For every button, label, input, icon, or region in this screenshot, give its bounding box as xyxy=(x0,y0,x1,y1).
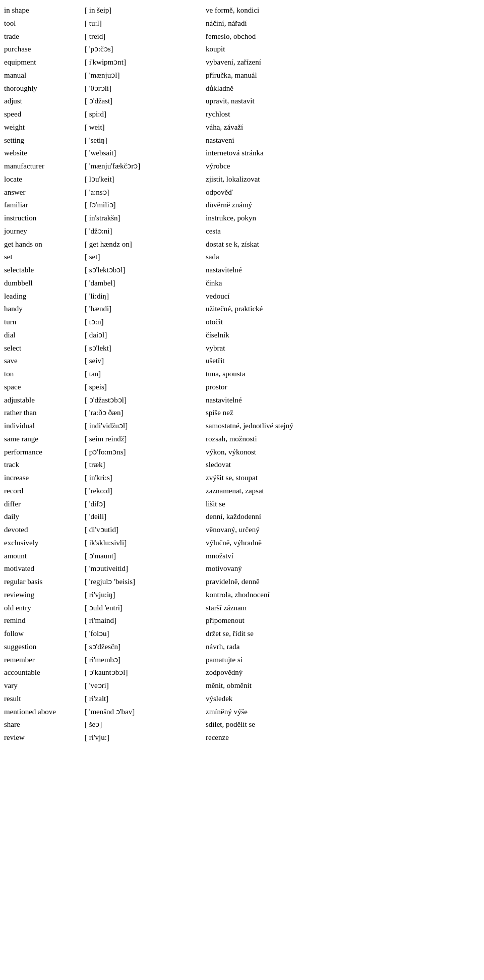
table-row: amount [ ɔ'maunt] množství xyxy=(2,550,482,563)
table-row: differ [ 'difɔ] lišit se xyxy=(2,498,482,511)
word-cell: dumbbell xyxy=(2,277,83,290)
phonetic-cell: [ get hændz on] xyxy=(83,238,204,251)
phonetic-cell: [ di'vɔutid] xyxy=(83,524,204,537)
translation-cell: koupit xyxy=(204,43,482,56)
translation-cell: číselník xyxy=(204,329,482,342)
translation-cell: sledovat xyxy=(204,458,482,472)
translation-cell: kontrola, zhodnocení xyxy=(204,589,482,602)
translation-cell: otočit xyxy=(204,316,482,329)
word-cell: adjustable xyxy=(2,394,83,407)
table-row: accountable [ ɔ'kauntɔbɔl] zodpovědný xyxy=(2,666,482,679)
table-row: journey [ 'džɔ:ni] cesta xyxy=(2,225,482,238)
word-cell: individual xyxy=(2,420,83,433)
word-cell: manual xyxy=(2,69,83,82)
table-row: equipment [ i'kwipmɔnt] vybavení, zaříze… xyxy=(2,56,482,69)
word-cell: track xyxy=(2,458,83,472)
phonetic-cell: [ tan] xyxy=(83,368,204,381)
translation-cell: výkon, výkonost xyxy=(204,446,482,459)
table-row: devoted [ di'vɔutid] věnovaný, určený xyxy=(2,524,482,537)
word-cell: daily xyxy=(2,510,83,524)
translation-cell: tuna, spousta xyxy=(204,368,482,381)
translation-cell: lišit se xyxy=(204,498,482,511)
phonetic-cell: [ sɔ'lektɔbɔl] xyxy=(83,264,204,277)
table-row: trade [ treid] řemeslo, obchod xyxy=(2,30,482,43)
table-row: save [ seiv] ušetřit xyxy=(2,355,482,368)
phonetic-cell: [ 'mænju'fækčɔrɔ] xyxy=(83,160,204,173)
phonetic-cell: [ træk] xyxy=(83,458,204,472)
word-cell: website xyxy=(2,147,83,160)
word-cell: get hands on xyxy=(2,238,83,251)
phonetic-cell: [ 'mænjuɔl] xyxy=(83,69,204,82)
table-row: website [ 'websait] internetová stránka xyxy=(2,147,482,160)
translation-cell: užitečné, praktické xyxy=(204,303,482,316)
translation-cell: prostor xyxy=(204,381,482,394)
table-row: individual [ indi'vidžuɔl] samostatné, j… xyxy=(2,420,482,433)
table-row: old entry [ ɔuld 'entri] starší záznam xyxy=(2,602,482,615)
translation-cell: připomenout xyxy=(204,614,482,627)
phonetic-cell: [ in'kri:s] xyxy=(83,472,204,485)
table-row: vary [ 'veɔri] měnit, obměnit xyxy=(2,679,482,693)
word-cell: suggestion xyxy=(2,641,83,654)
table-row: dial [ daiɔl] číselník xyxy=(2,329,482,342)
word-cell: regular basis xyxy=(2,575,83,589)
table-row: regular basis [ 'regjulɔ 'beisis] pravid… xyxy=(2,575,482,589)
phonetic-cell: [ pɔ'fo:mɔns] xyxy=(83,446,204,459)
table-row: select [ sɔ'lekt] vybrat xyxy=(2,342,482,355)
word-cell: select xyxy=(2,342,83,355)
word-cell: result xyxy=(2,693,83,706)
word-cell: differ xyxy=(2,498,83,511)
phonetic-cell: [ 'deili] xyxy=(83,510,204,524)
translation-cell: nastavení xyxy=(204,134,482,147)
table-row: set [ set] sada xyxy=(2,251,482,264)
phonetic-cell: [ 'websait] xyxy=(83,147,204,160)
phonetic-cell: [ 'regjulɔ 'beisis] xyxy=(83,575,204,589)
translation-cell: starší záznam xyxy=(204,602,482,615)
table-row: in shape [ in šeip] ve formě, kondici xyxy=(2,4,482,17)
word-cell: space xyxy=(2,381,83,394)
translation-cell: zjistit, lokalizovat xyxy=(204,173,482,186)
translation-cell: zaznamenat, zapsat xyxy=(204,485,482,498)
table-row: purchase [ 'pɔ:čɔs] koupit xyxy=(2,43,482,56)
phonetic-cell: [ i'kwipmɔnt] xyxy=(83,56,204,69)
word-cell: remember xyxy=(2,654,83,667)
word-cell: ton xyxy=(2,368,83,381)
phonetic-cell: [ tɔ:n] xyxy=(83,316,204,329)
phonetic-cell: [ set] xyxy=(83,251,204,264)
translation-cell: nastavitelné xyxy=(204,394,482,407)
translation-cell: důvěrně známý xyxy=(204,199,482,212)
phonetic-cell: [ 'pɔ:čɔs] xyxy=(83,43,204,56)
phonetic-cell: [ 'setiŋ] xyxy=(83,134,204,147)
phonetic-cell: [ ik'sklu:sivli] xyxy=(83,537,204,550)
table-row: share [ šeɔ] sdílet, podělit se xyxy=(2,718,482,731)
phonetic-cell: [ ɔ'džast] xyxy=(83,95,204,108)
translation-cell: zodpovědný xyxy=(204,666,482,679)
phonetic-cell: [ 'ra:ðɔ ðæn] xyxy=(83,407,204,420)
phonetic-cell: [ ɔ'džastɔbɔl] xyxy=(83,394,204,407)
table-row: remember [ ri'membɔ] pamatujte si xyxy=(2,654,482,667)
phonetic-cell: [ 'veɔri] xyxy=(83,679,204,693)
phonetic-cell: [ 'li:diŋ] xyxy=(83,290,204,303)
table-row: performance [ pɔ'fo:mɔns] výkon, výkonos… xyxy=(2,446,482,459)
phonetic-cell: [ seiv] xyxy=(83,355,204,368)
translation-cell: výrobce xyxy=(204,160,482,173)
translation-cell: činka xyxy=(204,277,482,290)
translation-cell: důkladně xyxy=(204,82,482,95)
phonetic-cell: [ in'strakšn] xyxy=(83,212,204,225)
word-cell: save xyxy=(2,355,83,368)
translation-cell: instrukce, pokyn xyxy=(204,212,482,225)
table-row: leading [ 'li:diŋ] vedoucí xyxy=(2,290,482,303)
vocabulary-table: in shape [ in šeip] ve formě, kondici to… xyxy=(2,4,482,744)
translation-cell: odpověď xyxy=(204,186,482,199)
translation-cell: vedoucí xyxy=(204,290,482,303)
phonetic-cell: [ ɔuld 'entri] xyxy=(83,602,204,615)
table-row: manual [ 'mænjuɔl] příručka, manuál xyxy=(2,69,482,82)
table-row: adjustable [ ɔ'džastɔbɔl] nastavitelné xyxy=(2,394,482,407)
phonetic-cell: [ 'reko:d] xyxy=(83,485,204,498)
phonetic-cell: [ 'a:nsɔ] xyxy=(83,186,204,199)
word-cell: same range xyxy=(2,433,83,446)
word-cell: selectable xyxy=(2,264,83,277)
word-cell: weight xyxy=(2,121,83,134)
word-cell: motivated xyxy=(2,562,83,575)
table-row: setting [ 'setiŋ] nastavení xyxy=(2,134,482,147)
phonetic-cell: [ ɔ'kauntɔbɔl] xyxy=(83,666,204,679)
